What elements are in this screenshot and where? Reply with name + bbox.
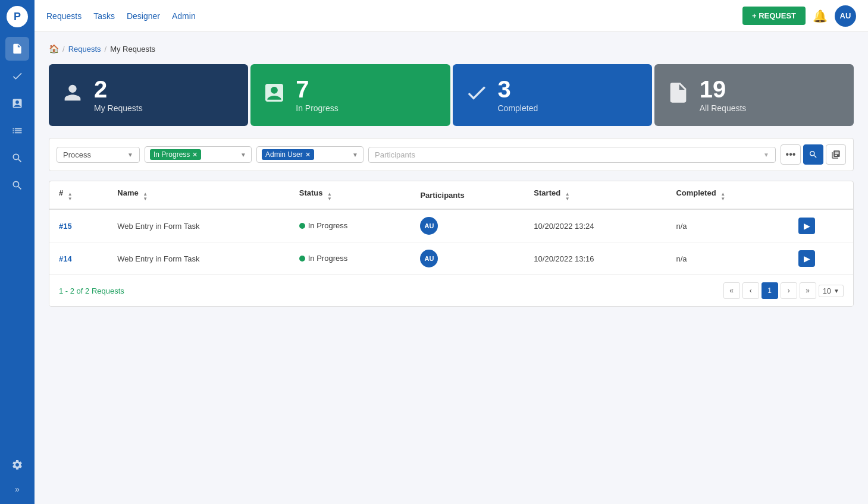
completed-icon <box>465 81 488 110</box>
filter-bar: Process ▼ In Progress ✕ ▼ Admin User ✕ ▼… <box>49 138 854 171</box>
breadcrumb-requests[interactable]: Requests <box>68 45 101 53</box>
sidebar-item-search1[interactable] <box>5 146 29 170</box>
cell-status: In Progress <box>290 242 411 275</box>
cell-status: In Progress <box>290 209 411 242</box>
user-tag-remove[interactable]: ✕ <box>305 151 311 159</box>
my-requests-icon <box>61 81 84 110</box>
participants-placeholder: Participants <box>375 150 415 159</box>
completed-number: 3 <box>498 77 538 101</box>
nav-admin[interactable]: Admin <box>172 11 196 21</box>
status-dot-icon <box>299 223 305 229</box>
user-filter-chevron-icon[interactable]: ▼ <box>352 152 358 158</box>
participant-avatar: AU <box>420 217 438 235</box>
status-filter[interactable]: In Progress ✕ ▼ <box>145 146 252 163</box>
page-prev-button[interactable]: ‹ <box>742 282 759 299</box>
col-completed[interactable]: Completed ▲▼ <box>666 181 789 209</box>
table-header-row: # ▲▼ Name ▲▼ Status ▲▼ Participants Star… <box>49 181 853 209</box>
all-requests-number: 19 <box>700 77 747 101</box>
table-row: #14 Web Entry in Form Task In Progress A… <box>49 242 853 275</box>
sidebar-item-search2[interactable] <box>5 174 29 197</box>
home-icon[interactable]: 🏠 <box>49 44 59 53</box>
filter-view-button[interactable] <box>826 144 846 165</box>
sidebar-expand-button[interactable]: » <box>5 480 29 498</box>
user-avatar[interactable]: AU <box>835 5 856 27</box>
status-tag-remove[interactable]: ✕ <box>192 151 198 159</box>
status-filter-chevron-icon[interactable]: ▼ <box>240 152 246 158</box>
pagination-controls: « ‹ 1 › » 10 ▼ <box>723 282 844 299</box>
pagination-summary: 1 - 2 of 2 Requests <box>59 286 124 295</box>
my-requests-label: My Requests <box>94 103 143 113</box>
nav-links: Requests Tasks Designer Admin <box>46 11 728 21</box>
cell-id: #15 <box>49 209 108 242</box>
page-size-select[interactable]: 10 ▼ <box>819 285 844 297</box>
status-badge: In Progress <box>299 221 347 230</box>
page-1-button[interactable]: 1 <box>762 282 778 299</box>
participants-filter[interactable]: Participants ▼ <box>368 147 776 163</box>
filter-actions: ••• <box>781 144 846 165</box>
status-badge: In Progress <box>299 254 347 263</box>
stat-card-all-requests[interactable]: 19 All Requests <box>654 64 854 126</box>
participants-chevron-icon: ▼ <box>763 152 769 158</box>
process-placeholder: Process <box>63 150 91 159</box>
nav-designer[interactable]: Designer <box>127 11 160 21</box>
cell-participants: AU <box>411 209 524 242</box>
col-status[interactable]: Status ▲▼ <box>290 181 411 209</box>
sidebar: P » <box>0 0 35 504</box>
cell-action: ▶ <box>789 209 853 242</box>
nav-requests[interactable]: Requests <box>46 11 82 21</box>
col-actions <box>789 181 853 209</box>
page-next-button[interactable]: › <box>781 282 797 299</box>
stats-row: 2 My Requests 7 In Progress 3 <box>49 64 854 126</box>
cell-completed: n/a <box>666 209 789 242</box>
sidebar-item-tasks[interactable] <box>5 64 29 88</box>
completed-label: Completed <box>498 103 538 113</box>
pagination-row: 1 - 2 of 2 Requests « ‹ 1 › » 10 ▼ <box>49 275 853 306</box>
all-requests-icon <box>666 81 690 110</box>
process-filter[interactable]: Process ▼ <box>57 147 140 163</box>
filter-more-button[interactable]: ••• <box>781 144 801 165</box>
top-navigation: Requests Tasks Designer Admin + REQUEST … <box>35 0 868 32</box>
cell-action: ▶ <box>789 242 853 275</box>
breadcrumb-current: My Requests <box>110 45 155 53</box>
table: # ▲▼ Name ▲▼ Status ▲▼ Participants Star… <box>49 181 853 275</box>
notifications-bell-icon[interactable]: 🔔 <box>813 9 828 23</box>
app-logo[interactable]: P <box>7 6 28 27</box>
breadcrumb: 🏠 / Requests / My Requests <box>49 44 854 53</box>
cell-name: Web Entry in Form Task <box>108 209 289 242</box>
stat-card-my-requests[interactable]: 2 My Requests <box>49 64 248 126</box>
stat-card-in-progress[interactable]: 7 In Progress <box>250 64 450 126</box>
cell-started: 10/20/2022 13:16 <box>524 242 666 275</box>
page-first-button[interactable]: « <box>723 282 740 299</box>
status-dot-icon <box>299 256 305 262</box>
in-progress-icon <box>262 81 286 110</box>
col-name[interactable]: Name ▲▼ <box>108 181 289 209</box>
row-action-button[interactable]: ▶ <box>798 250 815 267</box>
stat-card-completed[interactable]: 3 Completed <box>453 64 652 126</box>
page-last-button[interactable]: » <box>800 282 816 299</box>
new-request-button[interactable]: + REQUEST <box>742 7 806 25</box>
col-started[interactable]: Started ▲▼ <box>524 181 666 209</box>
status-tag: In Progress ✕ <box>150 149 201 160</box>
participant-avatar: AU <box>420 250 438 267</box>
col-id[interactable]: # ▲▼ <box>49 181 108 209</box>
request-id-link[interactable]: #14 <box>59 254 72 263</box>
col-participants: Participants <box>411 181 524 209</box>
process-chevron-icon: ▼ <box>127 152 133 158</box>
requests-table: # ▲▼ Name ▲▼ Status ▲▼ Participants Star… <box>49 181 854 307</box>
sidebar-item-settings[interactable] <box>5 453 29 477</box>
cell-completed: n/a <box>666 242 789 275</box>
main-content: Requests Tasks Designer Admin + REQUEST … <box>35 0 868 504</box>
request-id-link[interactable]: #15 <box>59 222 72 231</box>
nav-actions: + REQUEST 🔔 AU <box>742 5 856 27</box>
user-filter[interactable]: Admin User ✕ ▼ <box>256 146 364 163</box>
in-progress-label: In Progress <box>296 103 339 113</box>
user-tag: Admin User ✕ <box>262 149 314 160</box>
sidebar-item-list[interactable] <box>5 119 29 143</box>
table-row: #15 Web Entry in Form Task In Progress A… <box>49 209 853 242</box>
sidebar-item-requests[interactable] <box>5 37 29 61</box>
filter-search-button[interactable] <box>803 144 823 165</box>
nav-tasks[interactable]: Tasks <box>93 11 115 21</box>
row-action-button[interactable]: ▶ <box>798 218 815 234</box>
sidebar-item-inbox[interactable] <box>5 92 29 115</box>
all-requests-label: All Requests <box>700 103 747 113</box>
